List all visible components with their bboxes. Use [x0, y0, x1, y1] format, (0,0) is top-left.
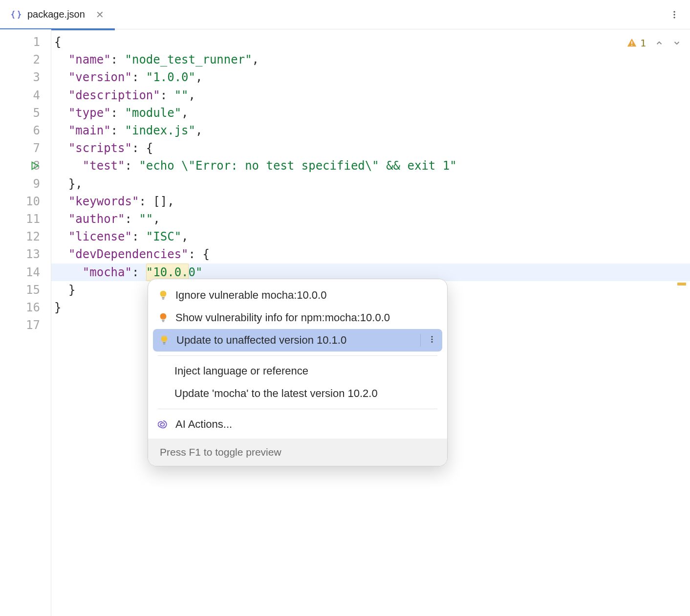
svg-point-13 — [431, 341, 433, 343]
code-line: } — [54, 281, 75, 299]
line-number: 17 — [0, 316, 40, 334]
tab-bar: package.json ✕ — [0, 0, 690, 29]
scrollbar-warning-marker[interactable] — [677, 283, 686, 286]
code-line: "license": "ISC", — [54, 228, 189, 245]
svg-point-12 — [431, 339, 433, 340]
json-file-icon — [11, 9, 22, 20]
tab-title: package.json — [27, 9, 85, 20]
line-number: 16 — [0, 299, 40, 316]
popup-divider — [158, 355, 437, 356]
svg-rect-5 — [162, 297, 165, 298]
lightbulb-icon — [158, 290, 169, 301]
dots-vertical-icon — [669, 10, 679, 20]
svg-rect-8 — [162, 321, 165, 322]
popup-footer-hint: Press F1 to toggle preview — [148, 439, 447, 466]
popup-action-label: Ignore vulnerable mocha:10.0.0 — [175, 289, 326, 302]
popup-action-label: Show vulnerability info for npm:mocha:10… — [175, 311, 390, 324]
intention-actions-popup: Ignore vulnerable mocha:10.0.0Show vulne… — [148, 279, 448, 466]
svg-rect-4 — [631, 45, 632, 46]
svg-point-2 — [673, 17, 675, 18]
code-line: "author": "", — [54, 210, 160, 228]
code-line: "keywords": [], — [54, 193, 174, 210]
line-number: 11 — [0, 210, 40, 228]
popup-action-item[interactable]: AI Actions... — [148, 413, 447, 436]
line-number: 2 — [0, 51, 40, 68]
code-line: "type": "module", — [54, 104, 189, 122]
chevron-up-icon[interactable] — [655, 39, 664, 47]
chevron-down-icon[interactable] — [672, 39, 681, 47]
popup-divider — [158, 409, 437, 409]
line-number: 13 — [0, 245, 40, 263]
code-line: "test": "echo \"Error: no test specified… — [54, 157, 457, 175]
lightbulb-icon — [159, 335, 170, 346]
warning-icon — [626, 38, 637, 48]
svg-point-0 — [673, 11, 675, 12]
line-number: 5 — [0, 104, 40, 122]
line-number: 7 — [0, 139, 40, 157]
warning-count-text: 1 — [640, 34, 646, 52]
code-line: } — [54, 299, 61, 316]
popup-action-item[interactable]: Update 'mocha' to the latest version 10.… — [148, 382, 447, 405]
code-line: "description": "", — [54, 87, 195, 104]
line-number: 9 — [0, 175, 40, 193]
close-tab-icon[interactable]: ✕ — [96, 9, 104, 21]
popup-action-label: Update 'mocha' to the latest version 10.… — [174, 387, 378, 400]
warning-count-badge[interactable]: 1 — [626, 34, 646, 52]
code-line: "version": "1.0.0", — [54, 68, 202, 86]
editor-status-top: 1 — [626, 34, 681, 52]
svg-rect-7 — [162, 320, 165, 321]
code-line: { — [54, 33, 61, 51]
dots-vertical-icon — [428, 335, 436, 344]
popup-action-label: Update to unaffected version 10.1.0 — [176, 334, 346, 347]
popup-action-item[interactable]: Update to unaffected version 10.1.0 — [153, 329, 442, 352]
line-number: 3 — [0, 68, 40, 86]
code-line: "scripts": { — [54, 139, 153, 157]
line-number: 15 — [0, 281, 40, 299]
ai-spiral-icon — [158, 419, 169, 430]
popup-action-label: Inject language or reference — [174, 365, 308, 377]
popup-item-more-button[interactable] — [420, 334, 436, 347]
code-line: "devDependencies": { — [54, 245, 210, 263]
line-number: 4 — [0, 87, 40, 104]
code-line: "name": "node_test_runner", — [54, 51, 259, 68]
code-line: "main": "index.js", — [54, 122, 202, 139]
lightbulb-icon — [158, 312, 169, 323]
line-number: 6 — [0, 122, 40, 139]
svg-point-1 — [673, 14, 675, 15]
svg-rect-9 — [163, 342, 166, 343]
svg-point-11 — [431, 336, 433, 337]
line-gutter: 1234567891011121314151617 — [0, 29, 51, 616]
run-gutter-icon[interactable] — [29, 160, 40, 171]
popup-action-item[interactable]: Inject language or reference — [148, 360, 447, 382]
line-number: 10 — [0, 193, 40, 210]
popup-action-label: AI Actions... — [175, 418, 232, 431]
svg-rect-10 — [163, 344, 166, 345]
code-line: }, — [54, 175, 83, 193]
popup-action-item[interactable]: Ignore vulnerable mocha:10.0.0 — [148, 284, 447, 307]
line-number: 1 — [0, 33, 40, 51]
line-number: 14 — [0, 264, 40, 281]
tab-overflow-button[interactable] — [667, 7, 682, 22]
svg-rect-6 — [162, 299, 165, 300]
svg-rect-3 — [631, 41, 632, 44]
popup-action-item[interactable]: Show vulnerability info for npm:mocha:10… — [148, 307, 447, 329]
tab-package-json[interactable]: package.json ✕ — [5, 0, 113, 29]
line-number: 12 — [0, 228, 40, 245]
